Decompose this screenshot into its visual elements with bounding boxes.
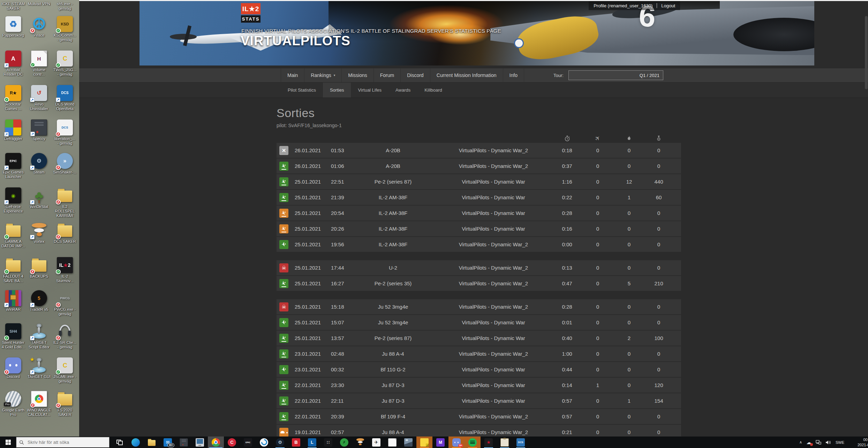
scrollbar[interactable] [865,1,868,435]
desktop-icon-vortex[interactable]: ↗Vortex [27,222,52,244]
il2-star-taskbar-button[interactable]: ★ [481,437,497,448]
nav-item-current-mission-information[interactable]: Current Mission Information [430,68,503,82]
sortie-row[interactable]: ☠25.01.202117:44U-2VirtualPilots - Dynam… [277,260,681,275]
tour-select[interactable]: Q1 / 2021 [568,70,663,80]
sortie-row[interactable]: 19.01.202102:57Ju 88 A-4VirtualPilots - … [277,425,681,437]
discord-taskbar-button[interactable]: 9+ [448,437,465,448]
sortie-row[interactable]: ✈23.01.202100:32Bf 110 G-2VirtualPilots … [277,362,681,377]
desktop-icon-mullvad-vpn[interactable]: Mullvad VPN [27,1,52,6]
il2-crosshair-taskbar-button[interactable]: ✈ [368,437,384,448]
tab-killboard[interactable]: Killboard [417,83,449,98]
desktop-icon-backups[interactable]: ✗BACKUPS [27,257,52,279]
tray-chevron-icon[interactable]: ∧ [799,440,802,445]
site-logo[interactable]: IL★2 STATS [241,3,261,23]
desktop-icon-discord[interactable]: ✗Discord [1,357,26,379]
task-view-taskbar-button[interactable] [112,437,128,448]
sortie-row[interactable]: ✈25.01.202122:51Pe-2 (series 87)VirtualP… [277,174,681,189]
desktop-icon-il2-rollspel[interactable]: ✗IL2 ROLLSPEL KARRIÄR [52,187,77,218]
profile-link[interactable]: Profile (renamed_user_1630) [594,3,652,8]
desktop-icon-target[interactable]: ↗TARGET Script Editor [27,323,52,349]
desktop-icon-silent-hunter[interactable]: SH4✓Silent Hunter 4 Gold Editi... [1,323,26,349]
sortie-row[interactable]: ✈25.01.202113:57Pe-2 (series 87)VirtualP… [277,331,681,346]
clipboard-taskbar-button[interactable] [497,437,513,448]
desktop-icon-speccy[interactable]: ↗Speccy [27,119,52,141]
sortie-row[interactable]: ✈22.01.202123:30Ju 87 D-3VirtualPilots -… [277,378,681,393]
taskbar-search[interactable] [16,437,110,448]
onedrive-icon[interactable]: ☁ [806,439,812,446]
monitor-taskbar-button[interactable] [192,437,208,448]
desktop-icon-peace[interactable]: ☮✗Peace [27,16,52,38]
sortie-row[interactable]: ×26.01.202101:53A-20BVirtualPilots - Dyn… [277,143,681,158]
ccleaner-taskbar-button[interactable]: C [224,437,240,448]
desktop-icon-liberation[interactable]: DCS✗liberation_... - genväg [52,119,77,146]
desktop-icon-twos-jsg[interactable]: C✓TWoS_JSG... - genväg [52,51,77,77]
desktop-icon-jsgme-exe[interactable]: C✓JSGME.exe - genväg [52,357,77,384]
ubisoft-connect-taskbar-button[interactable] [256,437,272,448]
sortie-row[interactable]: ✈23.01.202102:48Ju 88 A-4VirtualPilots -… [277,346,681,361]
desktop-icon-ksdcomm[interactable]: KSD✓KSDComm... - genväg [52,16,77,42]
nav-item-forum[interactable]: Forum [373,68,400,82]
desktop-icon-rockstar[interactable]: R★✓Rockstar Games ... [1,85,26,111]
desktop-icon-icke-steam[interactable]: ICKE STEAM SAKER [1,1,26,11]
file-explorer-taskbar-button[interactable] [144,437,160,448]
desktop-icon-dcs-world[interactable]: DCS↗DCS World OpenBeta [52,85,77,111]
sortie-row[interactable]: ✈25.01.202120:54IL-2 AM-38FVirtualPilots… [277,206,681,221]
pc-tower-taskbar-button[interactable] [176,437,192,448]
desktop-icon-sh5-exe[interactable]: sh5.exe - genväg [52,1,77,11]
edge-taskbar-button[interactable] [128,437,144,448]
clock[interactable]: 00:00 2021-01- [848,437,868,447]
desktop-icon-simshaker[interactable]: »✗SimShaker-... [52,153,77,175]
notepad-taskbar-button[interactable] [384,437,400,448]
tab-virtual-lifes[interactable]: Virtual Lifes [351,83,388,98]
photo-thumbnail-taskbar-button[interactable] [400,437,416,448]
desktop-icon-google-earth[interactable]: ProGoogle Earth Pro [1,391,26,417]
desktop-icon-revo[interactable]: ↺↗Revo Uninstaller [27,85,52,111]
language-indicator[interactable]: SWE [836,440,844,445]
keypad-taskbar-button[interactable]: ∷ [320,437,336,448]
sticky-notes-taskbar-button[interactable] [416,437,432,448]
nav-item-main[interactable]: Main [281,68,304,82]
nav-item-rankings[interactable]: Rankings▾ [304,68,341,82]
desktop-icon-steam[interactable]: ⚙↗Steam [27,153,52,175]
sortie-row[interactable]: ✈25.01.202116:27Pe-2 (series 35)VirtualP… [277,276,681,291]
desktop-icon-target-gui[interactable]: ★↗TARGET GUI [27,357,52,379]
tab-awards[interactable]: Awards [388,83,417,98]
sortie-row[interactable]: ✈25.01.202115:07Ju 52 3mg4eVirtualPilots… [277,315,681,330]
sortie-row[interactable]: ✈26.01.202101:06A-20BVirtualPilots - Dyn… [277,159,681,173]
desktop-icon-gammla[interactable]: ✓GAMMLA DATOR IMP... [1,222,26,248]
desktop-icon-defraggler[interactable]: ↗Defraggler [1,119,26,141]
desktop-icon-dcs-saker[interactable]: ✗DCS SAKER [52,222,77,244]
desktop-icon-acrobat[interactable]: A↗Acrobat Reader DC [1,51,26,77]
desktop-icon-trackir-v5[interactable]: 5↗TrackIR v5 [27,290,52,312]
network-icon[interactable] [816,440,821,445]
mail-taskbar-button[interactable]: ✉99+ [160,437,176,448]
desktop-icon-wind-angle[interactable]: ✗WIND ANGLE CALCULAT... [27,391,52,417]
epic-games-taskbar-button[interactable]: EPIC [240,437,256,448]
nav-item-info[interactable]: Info [503,68,524,82]
bitdefender-taskbar-button[interactable]: B [288,437,304,448]
volume-icon[interactable] [825,440,831,445]
sortie-row[interactable]: ☠25.01.202115:18Ju 52 3mg4eVirtualPilots… [277,299,681,314]
sortie-row[interactable]: ✈25.01.202121:39IL-2 AM-38FVirtualPilots… [277,190,681,205]
desktop-icon-windirstat[interactable]: ♣↗WinDirStat [27,187,52,209]
desktop-icon-il-2[interactable]: IL★2✓IL-2 Sturmov... [52,257,77,283]
tab-pilot-statistics[interactable]: Pilot Statistics [281,83,323,98]
chrome-taskbar-button[interactable] [208,437,224,448]
nav-item-missions[interactable]: Missions [341,68,373,82]
sortie-row[interactable]: ✈22.01.202122:11Ju 87 D-3VirtualPilots -… [277,393,681,408]
desktop-icon-epic-games[interactable]: EPIC↗Epic Games Launcher [1,153,26,179]
search-input[interactable] [27,439,103,445]
vortex-taskbar-button[interactable] [352,437,368,448]
sortie-row[interactable]: ✈25.01.202120:26IL-2 AM-38FVirtualPilots… [277,221,681,236]
spotify-taskbar-button[interactable] [465,437,481,448]
sortie-row[interactable]: ✈22.01.202120:39Bf 109 F-4VirtualPilots … [277,409,681,424]
desktop-icon-volume[interactable]: H✓Volume contr... [27,51,52,77]
scrollbar-thumb[interactable] [865,16,868,89]
start-button[interactable] [0,437,16,448]
desktop-icon-il2-sr-clie[interactable]: ✗IL2-SR-Clie... - genväg [52,323,77,349]
dcs-taskbar-button[interactable]: DCS [513,437,529,448]
medal-taskbar-button[interactable]: M [432,437,448,448]
desktop-icon-papperskorg[interactable]: ♻Papperskorg [1,16,26,38]
desktop-icon-pwcg-exe[interactable]: PWCG✗PWCG.exe - genväg [52,290,77,316]
nav-item-discord[interactable]: Discord [400,68,430,82]
